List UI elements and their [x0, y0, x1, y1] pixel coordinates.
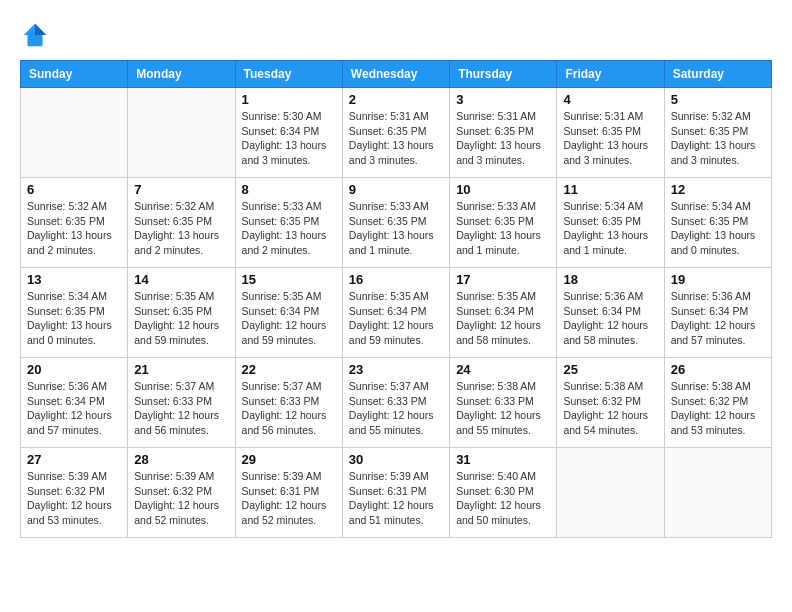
calendar-cell: 17Sunrise: 5:35 AM Sunset: 6:34 PM Dayli… — [450, 268, 557, 358]
day-info: Sunrise: 5:32 AM Sunset: 6:35 PM Dayligh… — [134, 199, 228, 258]
calendar-cell: 9Sunrise: 5:33 AM Sunset: 6:35 PM Daylig… — [342, 178, 449, 268]
calendar-cell: 6Sunrise: 5:32 AM Sunset: 6:35 PM Daylig… — [21, 178, 128, 268]
day-number: 6 — [27, 182, 121, 197]
day-info: Sunrise: 5:37 AM Sunset: 6:33 PM Dayligh… — [349, 379, 443, 438]
day-info: Sunrise: 5:38 AM Sunset: 6:32 PM Dayligh… — [671, 379, 765, 438]
day-info: Sunrise: 5:37 AM Sunset: 6:33 PM Dayligh… — [242, 379, 336, 438]
calendar-cell: 21Sunrise: 5:37 AM Sunset: 6:33 PM Dayli… — [128, 358, 235, 448]
calendar-cell: 28Sunrise: 5:39 AM Sunset: 6:32 PM Dayli… — [128, 448, 235, 538]
day-info: Sunrise: 5:39 AM Sunset: 6:32 PM Dayligh… — [27, 469, 121, 528]
calendar-cell: 19Sunrise: 5:36 AM Sunset: 6:34 PM Dayli… — [664, 268, 771, 358]
day-number: 16 — [349, 272, 443, 287]
day-number: 7 — [134, 182, 228, 197]
day-info: Sunrise: 5:31 AM Sunset: 6:35 PM Dayligh… — [349, 109, 443, 168]
day-number: 30 — [349, 452, 443, 467]
logo — [20, 20, 54, 50]
day-info: Sunrise: 5:32 AM Sunset: 6:35 PM Dayligh… — [671, 109, 765, 168]
calendar-cell: 10Sunrise: 5:33 AM Sunset: 6:35 PM Dayli… — [450, 178, 557, 268]
calendar-cell: 24Sunrise: 5:38 AM Sunset: 6:33 PM Dayli… — [450, 358, 557, 448]
day-number: 11 — [563, 182, 657, 197]
day-info: Sunrise: 5:38 AM Sunset: 6:33 PM Dayligh… — [456, 379, 550, 438]
day-number: 19 — [671, 272, 765, 287]
calendar-cell: 13Sunrise: 5:34 AM Sunset: 6:35 PM Dayli… — [21, 268, 128, 358]
day-info: Sunrise: 5:33 AM Sunset: 6:35 PM Dayligh… — [456, 199, 550, 258]
day-info: Sunrise: 5:35 AM Sunset: 6:35 PM Dayligh… — [134, 289, 228, 348]
calendar-cell: 25Sunrise: 5:38 AM Sunset: 6:32 PM Dayli… — [557, 358, 664, 448]
day-number: 9 — [349, 182, 443, 197]
calendar-cell: 30Sunrise: 5:39 AM Sunset: 6:31 PM Dayli… — [342, 448, 449, 538]
calendar-cell: 29Sunrise: 5:39 AM Sunset: 6:31 PM Dayli… — [235, 448, 342, 538]
day-of-week-header: Monday — [128, 61, 235, 88]
logo-icon — [20, 20, 50, 50]
day-number: 5 — [671, 92, 765, 107]
day-info: Sunrise: 5:31 AM Sunset: 6:35 PM Dayligh… — [563, 109, 657, 168]
day-info: Sunrise: 5:36 AM Sunset: 6:34 PM Dayligh… — [27, 379, 121, 438]
day-info: Sunrise: 5:35 AM Sunset: 6:34 PM Dayligh… — [456, 289, 550, 348]
day-number: 31 — [456, 452, 550, 467]
calendar-cell — [21, 88, 128, 178]
calendar-week-row: 20Sunrise: 5:36 AM Sunset: 6:34 PM Dayli… — [21, 358, 772, 448]
day-info: Sunrise: 5:36 AM Sunset: 6:34 PM Dayligh… — [563, 289, 657, 348]
day-number: 27 — [27, 452, 121, 467]
calendar-cell: 15Sunrise: 5:35 AM Sunset: 6:34 PM Dayli… — [235, 268, 342, 358]
day-info: Sunrise: 5:34 AM Sunset: 6:35 PM Dayligh… — [27, 289, 121, 348]
day-info: Sunrise: 5:31 AM Sunset: 6:35 PM Dayligh… — [456, 109, 550, 168]
calendar-week-row: 27Sunrise: 5:39 AM Sunset: 6:32 PM Dayli… — [21, 448, 772, 538]
day-info: Sunrise: 5:33 AM Sunset: 6:35 PM Dayligh… — [349, 199, 443, 258]
page-header — [20, 20, 772, 50]
day-of-week-header: Thursday — [450, 61, 557, 88]
day-number: 18 — [563, 272, 657, 287]
day-number: 3 — [456, 92, 550, 107]
day-number: 12 — [671, 182, 765, 197]
day-info: Sunrise: 5:39 AM Sunset: 6:31 PM Dayligh… — [242, 469, 336, 528]
day-info: Sunrise: 5:38 AM Sunset: 6:32 PM Dayligh… — [563, 379, 657, 438]
day-of-week-header: Sunday — [21, 61, 128, 88]
day-info: Sunrise: 5:39 AM Sunset: 6:32 PM Dayligh… — [134, 469, 228, 528]
calendar-cell: 11Sunrise: 5:34 AM Sunset: 6:35 PM Dayli… — [557, 178, 664, 268]
day-info: Sunrise: 5:34 AM Sunset: 6:35 PM Dayligh… — [671, 199, 765, 258]
day-number: 14 — [134, 272, 228, 287]
day-info: Sunrise: 5:40 AM Sunset: 6:30 PM Dayligh… — [456, 469, 550, 528]
calendar-week-row: 1Sunrise: 5:30 AM Sunset: 6:34 PM Daylig… — [21, 88, 772, 178]
day-info: Sunrise: 5:32 AM Sunset: 6:35 PM Dayligh… — [27, 199, 121, 258]
calendar-cell — [664, 448, 771, 538]
day-number: 17 — [456, 272, 550, 287]
calendar-cell — [128, 88, 235, 178]
day-info: Sunrise: 5:37 AM Sunset: 6:33 PM Dayligh… — [134, 379, 228, 438]
calendar-cell: 14Sunrise: 5:35 AM Sunset: 6:35 PM Dayli… — [128, 268, 235, 358]
calendar-cell: 20Sunrise: 5:36 AM Sunset: 6:34 PM Dayli… — [21, 358, 128, 448]
day-number: 13 — [27, 272, 121, 287]
calendar-cell: 8Sunrise: 5:33 AM Sunset: 6:35 PM Daylig… — [235, 178, 342, 268]
day-of-week-header: Saturday — [664, 61, 771, 88]
day-number: 8 — [242, 182, 336, 197]
calendar-table: SundayMondayTuesdayWednesdayThursdayFrid… — [20, 60, 772, 538]
calendar-cell: 7Sunrise: 5:32 AM Sunset: 6:35 PM Daylig… — [128, 178, 235, 268]
calendar-cell: 12Sunrise: 5:34 AM Sunset: 6:35 PM Dayli… — [664, 178, 771, 268]
day-info: Sunrise: 5:39 AM Sunset: 6:31 PM Dayligh… — [349, 469, 443, 528]
day-info: Sunrise: 5:33 AM Sunset: 6:35 PM Dayligh… — [242, 199, 336, 258]
calendar-week-row: 13Sunrise: 5:34 AM Sunset: 6:35 PM Dayli… — [21, 268, 772, 358]
day-number: 4 — [563, 92, 657, 107]
calendar-cell — [557, 448, 664, 538]
day-info: Sunrise: 5:30 AM Sunset: 6:34 PM Dayligh… — [242, 109, 336, 168]
calendar-cell: 16Sunrise: 5:35 AM Sunset: 6:34 PM Dayli… — [342, 268, 449, 358]
day-number: 15 — [242, 272, 336, 287]
day-number: 29 — [242, 452, 336, 467]
day-info: Sunrise: 5:35 AM Sunset: 6:34 PM Dayligh… — [349, 289, 443, 348]
calendar-header-row: SundayMondayTuesdayWednesdayThursdayFrid… — [21, 61, 772, 88]
calendar-cell: 26Sunrise: 5:38 AM Sunset: 6:32 PM Dayli… — [664, 358, 771, 448]
day-info: Sunrise: 5:34 AM Sunset: 6:35 PM Dayligh… — [563, 199, 657, 258]
calendar-cell: 31Sunrise: 5:40 AM Sunset: 6:30 PM Dayli… — [450, 448, 557, 538]
day-number: 22 — [242, 362, 336, 377]
calendar-cell: 2Sunrise: 5:31 AM Sunset: 6:35 PM Daylig… — [342, 88, 449, 178]
day-number: 2 — [349, 92, 443, 107]
day-of-week-header: Tuesday — [235, 61, 342, 88]
calendar-cell: 22Sunrise: 5:37 AM Sunset: 6:33 PM Dayli… — [235, 358, 342, 448]
day-number: 26 — [671, 362, 765, 377]
day-of-week-header: Wednesday — [342, 61, 449, 88]
day-number: 1 — [242, 92, 336, 107]
day-info: Sunrise: 5:36 AM Sunset: 6:34 PM Dayligh… — [671, 289, 765, 348]
calendar-cell: 18Sunrise: 5:36 AM Sunset: 6:34 PM Dayli… — [557, 268, 664, 358]
day-number: 28 — [134, 452, 228, 467]
calendar-cell: 27Sunrise: 5:39 AM Sunset: 6:32 PM Dayli… — [21, 448, 128, 538]
